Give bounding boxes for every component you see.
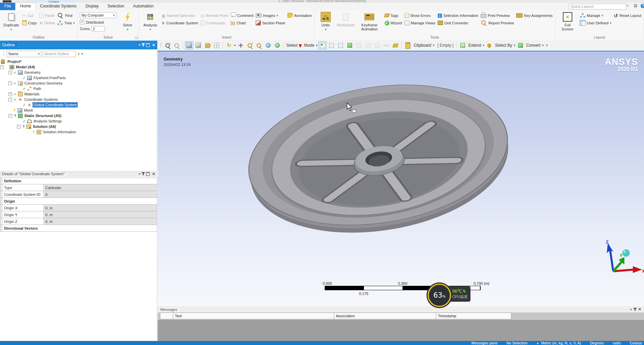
pane-menu-icon[interactable]: ▾ [139,43,140,47]
tree-item-construction-geometry[interactable]: −✓ Construction Geometry [0,80,157,86]
copy-button[interactable]: Copy [22,20,37,26]
user-defined-button[interactable]: User Defined▾ [580,20,612,26]
shaded-exterior-icon[interactable] [185,41,193,49]
details-value[interactable]: 0. m [44,205,157,211]
filter-type-select[interactable]: Name ▾ [7,51,41,57]
outline-pane-header[interactable]: Outline ▾ ✕ [0,41,157,49]
messages-body[interactable] [158,320,644,341]
tree-button[interactable]: Tree▾ [57,20,75,26]
units-button[interactable]: m ft Units▾ [317,11,335,32]
details-pane-header[interactable]: Details of "Global Coordinate System" ▾ … [0,171,157,177]
zoom-box2-icon[interactable] [255,41,263,49]
section-plane-button[interactable]: Section Plane [256,20,285,26]
tree-item-coordinate-systems[interactable]: −✓✳ Coordinate Systems [0,97,157,102]
remote-point-button[interactable]: ◎ Remote Point [201,13,228,19]
clipboard-icon[interactable] [404,41,412,49]
pane-menu-icon[interactable]: ▾ [630,308,632,311]
reset-layout-button[interactable]: ↺ Reset Layout [614,13,641,19]
pin-icon[interactable] [143,44,144,46]
select-face-icon[interactable] [373,41,381,49]
toolbar-grip[interactable] [160,42,161,48]
tab-home[interactable]: Home [15,3,36,10]
selection-information-button[interactable]: i Selection Information [438,13,478,19]
tree-item-geometry[interactable]: −✓ Geometry [0,70,157,75]
snap-pick-icon[interactable] [391,41,399,49]
close-icon[interactable]: ✕ [152,172,155,176]
wizard-button[interactable]: ✓ Wizard [385,20,402,26]
extend-icon[interactable] [459,41,467,49]
expander-icon[interactable]: − [0,65,4,69]
tree-item-flywheel-freeparts[interactable]: ✓ Flywheel-FreeParts [0,75,157,80]
tab-coordinate-systems[interactable]: Coordinate Systems [36,3,81,10]
messages-column-timestamp[interactable]: Timestamp [436,313,511,319]
collapse-ribbon-icon[interactable]: ^ [626,4,629,8]
full-screen-button[interactable]: ✕ Full Screen [558,11,577,32]
print-preview-button[interactable]: Print Preview [481,13,514,19]
maximize-icon[interactable] [146,172,150,176]
mode-dropdown[interactable]: Mode [304,43,314,48]
box-zoom-icon[interactable]: + [163,41,171,49]
convert-dropdown[interactable]: Convert [526,43,540,48]
maximize-icon[interactable] [146,43,150,47]
details-section-origin[interactable]: Origin [0,198,157,205]
iso-ball[interactable] [622,249,630,257]
zoom-in-icon[interactable]: + [246,41,254,49]
manage-views-button[interactable]: Manage Views [405,20,435,26]
details-section-definition[interactable]: Definition [0,178,157,184]
select-mode-boxes-icon[interactable] [318,41,326,49]
tree-item-model-a4[interactable]: − Model (A4) [0,64,157,70]
select-by-icon[interactable] [485,41,493,49]
expander-icon[interactable]: − [8,114,12,118]
extend-dropdown[interactable]: Extend [468,43,481,48]
zoom-out-icon[interactable] [172,41,181,49]
toolbar-overflow-icon[interactable]: ▾ [546,44,548,47]
tab-automation[interactable]: Automation [129,3,158,10]
cores-input[interactable]: 2 [91,26,105,31]
close-icon[interactable]: ✕ [638,307,641,311]
status-celsius[interactable]: Celsius [630,341,642,345]
status-rad-s[interactable]: rad/s [613,341,621,345]
named-selection-button[interactable]: ▣ Named Selection [161,13,198,19]
select-body-icon[interactable] [346,41,354,49]
select-box-icon[interactable] [337,41,345,49]
tree-item-static-structural-a5[interactable]: −? Static Structural (A5) [0,113,157,118]
unit-converter-button[interactable]: Unit Converter [438,20,478,26]
analysis-button[interactable]: Analysis▾ [141,11,159,32]
close-icon[interactable]: ✕ [152,43,155,47]
manage-button[interactable]: Manage▾ [580,13,612,19]
select-vertex-icon[interactable] [355,41,363,49]
quick-launch-input[interactable]: Quick Launch [569,4,626,9]
tree-item-mesh[interactable]: Mesh [0,108,157,113]
images-button[interactable]: Images▾ [256,13,285,19]
expander-icon[interactable]: − [8,82,12,85]
wireframe-view-icon[interactable] [194,41,202,49]
details-value[interactable]: 0. m [44,211,157,218]
tree-item-solution-a6[interactable]: −? Solution (A6) [0,124,157,129]
keyframe-animation-button[interactable]: Keyframe Animation [357,11,382,32]
select-edge-icon[interactable] [364,41,372,49]
tab-file[interactable]: File [0,3,15,10]
delete-button[interactable]: ✕ Delete [39,20,55,26]
tab-selection[interactable]: Selection [103,3,129,10]
paste-button[interactable]: Paste [39,13,55,19]
zoom-fit-icon[interactable] [264,41,272,49]
expander-icon[interactable]: − [8,98,12,101]
checkbox-icon[interactable]: ☑ [634,4,637,8]
key-assignments-button[interactable]: Key Assignments [516,13,552,19]
pin-icon[interactable] [143,172,144,175]
tree-item-analysis-settings[interactable]: ✓ Analysis Settings [0,118,157,124]
report-preview-button[interactable]: Report Preview [481,20,514,26]
status-no-selection[interactable]: No Selection [506,341,527,345]
show-mesh-icon[interactable] [203,41,211,49]
rotate-orbit-icon[interactable]: ↻ [225,41,233,49]
pin-icon[interactable] [635,308,636,311]
coordinate-system-button[interactable]: ✳ Coordinate System [161,20,198,26]
tree-item-path[interactable]: ✓ Path [0,86,157,91]
dialog-launcher-icon[interactable] [135,36,138,39]
comment-button[interactable]: Comment [231,13,254,19]
tree-item-global-coordinate-system[interactable]: ✓✳ Global Coordinate System [0,102,157,108]
select-by-dropdown[interactable]: Select By [495,43,512,48]
worksheet-button[interactable]: Worksheet [337,11,354,28]
find-button[interactable]: Find [57,13,75,19]
pan-icon[interactable] [237,41,245,49]
